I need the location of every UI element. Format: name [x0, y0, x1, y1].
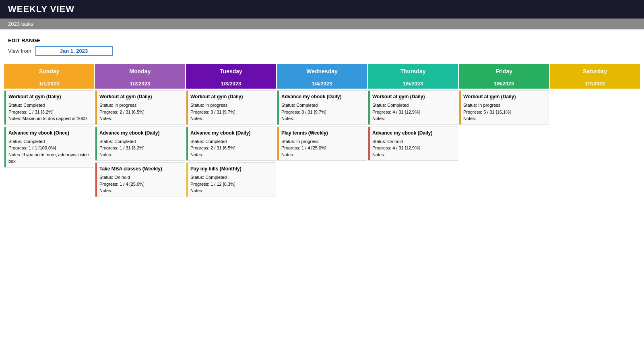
view-from-label: View from — [8, 48, 31, 54]
task-notes: Notes: — [190, 115, 273, 122]
task-notes: Notes: — [463, 115, 546, 122]
task-status-bar — [186, 127, 188, 161]
task-status-bar — [277, 91, 279, 124]
day-col-wednesday: Wednesday1/4/2023Advance my ebook (Daily… — [277, 64, 367, 199]
calendar: Sunday1/1/2023Workout at gym (Daily)Stat… — [0, 60, 644, 203]
task-title: Advance my ebook (Daily) — [281, 93, 364, 100]
day-col-tuesday: Tuesday1/3/2023Workout at gym (Daily)Sta… — [186, 64, 276, 199]
task-card: Workout at gym (Daily)Status: In progres… — [95, 90, 185, 125]
day-header-friday: Friday — [459, 64, 549, 79]
task-card: Advance my ebook (Daily)Status: Complete… — [95, 126, 185, 161]
task-card: Workout at gym (Daily)Status: CompletedP… — [368, 90, 458, 125]
task-card: Advance my ebook (Daily)Status: Complete… — [277, 90, 367, 125]
day-col-monday: Monday1/2/2023Workout at gym (Daily)Stat… — [95, 64, 185, 199]
task-progress: Progress: 1 / 31 [3.2%] — [8, 109, 91, 116]
day-date-sunday: 1/1/2023 — [4, 79, 94, 89]
day-header-wednesday: Wednesday — [277, 64, 367, 79]
view-from-input[interactable] — [35, 46, 113, 56]
task-status-bar — [4, 91, 6, 124]
task-card: Play tennis (Weekly)Status: In progressP… — [277, 126, 367, 161]
task-card: Workout at gym (Daily)Status: In progres… — [186, 90, 276, 125]
task-progress: Progress: 1 / 1 [100.0%] — [8, 145, 91, 151]
task-notes: Notes: If you need more, add rows inside… — [8, 151, 91, 165]
task-title: Play tennis (Weekly) — [281, 129, 364, 137]
task-notes: Notes: — [99, 115, 182, 122]
task-notes: Notes: Maximum to dos capped at 1000 — [8, 115, 91, 122]
task-status: Status: In progress — [99, 102, 182, 109]
day-date-saturday: 1/7/2023 — [550, 79, 640, 89]
task-progress: Progress: 2 / 31 [6.5%] — [190, 145, 273, 151]
day-col-friday: Friday1/6/2023Workout at gym (Daily)Stat… — [459, 64, 549, 199]
task-status-bar — [459, 91, 461, 124]
task-title: Workout at gym (Daily) — [372, 93, 455, 100]
task-progress: Progress: 4 / 31 [12.9%] — [372, 145, 455, 151]
day-date-monday: 1/2/2023 — [95, 79, 185, 89]
task-progress: Progress: 1 / 4 [25.0%] — [281, 145, 364, 151]
task-status: Status: Completed — [8, 138, 91, 145]
task-notes: Notes: — [372, 115, 455, 122]
header-bar: WEEKLY VIEW — [0, 0, 644, 19]
day-date-tuesday: 1/3/2023 — [186, 79, 276, 89]
task-card: Advance my ebook (Daily)Status: On holdP… — [368, 126, 458, 161]
subtitle: 2023 tasks — [8, 21, 33, 27]
task-notes: Notes: — [281, 115, 364, 122]
task-title: Advance my ebook (Daily) — [190, 129, 273, 137]
day-col-thursday: Thursday1/5/2023Workout at gym (Daily)St… — [368, 64, 458, 199]
task-title: Advance my ebook (Daily) — [372, 129, 455, 137]
task-title: Take MBA classes (Weekly) — [99, 165, 182, 172]
task-status-bar — [95, 127, 97, 161]
task-card: Advance my ebook (Once)Status: Completed… — [4, 126, 94, 168]
task-status-bar — [4, 127, 6, 167]
task-status: Status: Completed — [190, 174, 273, 181]
task-notes: Notes: — [190, 187, 273, 194]
task-status-bar — [186, 163, 188, 197]
task-status: Status: On hold — [372, 138, 455, 145]
task-status: Status: Completed — [281, 102, 364, 109]
task-status-bar — [277, 127, 279, 161]
task-status-bar — [186, 91, 188, 124]
task-notes: Notes: — [190, 151, 273, 158]
task-progress: Progress: 2 / 31 [6.5%] — [99, 109, 182, 116]
task-status-bar — [95, 163, 97, 197]
task-status: Status: In progress — [463, 102, 546, 109]
task-progress: Progress: 1 / 4 [25.0%] — [99, 181, 182, 188]
task-notes: Notes: — [372, 151, 455, 158]
edit-range: EDIT RANGE View from — [0, 29, 644, 60]
day-date-wednesday: 1/4/2023 — [277, 79, 367, 89]
task-status: Status: In progress — [190, 102, 273, 109]
subheader-bar: 2023 tasks — [0, 19, 644, 29]
task-card: Workout at gym (Daily)Status: In progres… — [459, 90, 549, 125]
task-progress: Progress: 1 / 31 [3.2%] — [99, 145, 182, 151]
task-card: Pay my bills (Monthly)Status: CompletedP… — [186, 162, 276, 197]
task-progress: Progress: 1 / 12 [8.3%] — [190, 181, 273, 188]
task-status: Status: On hold — [99, 174, 182, 181]
task-progress: Progress: 5 / 31 [16.1%] — [463, 109, 546, 116]
task-notes: Notes: — [99, 151, 182, 158]
task-status: Status: Completed — [99, 138, 182, 145]
task-status-bar — [368, 91, 370, 124]
task-notes: Notes: — [281, 151, 364, 158]
task-progress: Progress: 3 / 31 [9.7%] — [190, 109, 273, 116]
task-title: Workout at gym (Daily) — [99, 93, 182, 100]
task-title: Pay my bills (Monthly) — [190, 165, 273, 172]
page-title: WEEKLY VIEW — [8, 4, 636, 15]
task-status-bar — [368, 127, 370, 161]
day-date-thursday: 1/5/2023 — [368, 79, 458, 89]
edit-range-label: EDIT RANGE — [8, 37, 636, 44]
task-title: Advance my ebook (Once) — [8, 129, 91, 137]
day-header-monday: Monday — [95, 64, 185, 79]
task-status: Status: Completed — [190, 138, 273, 145]
task-title: Advance my ebook (Daily) — [99, 129, 182, 137]
task-status: Status: Completed — [372, 102, 455, 109]
task-title: Workout at gym (Daily) — [8, 93, 91, 100]
day-date-friday: 1/6/2023 — [459, 79, 549, 89]
task-card: Take MBA classes (Weekly)Status: On hold… — [95, 162, 185, 197]
task-title: Workout at gym (Daily) — [190, 93, 273, 100]
task-status: Status: In progress — [281, 138, 364, 145]
day-col-saturday: Saturday1/7/2023 — [550, 64, 640, 199]
task-status: Status: Completed — [8, 102, 91, 109]
task-card: Advance my ebook (Daily)Status: Complete… — [186, 126, 276, 161]
task-card: Workout at gym (Daily)Status: CompletedP… — [4, 90, 94, 125]
task-progress: Progress: 3 / 31 [9.7%] — [281, 109, 364, 116]
day-header-tuesday: Tuesday — [186, 64, 276, 79]
